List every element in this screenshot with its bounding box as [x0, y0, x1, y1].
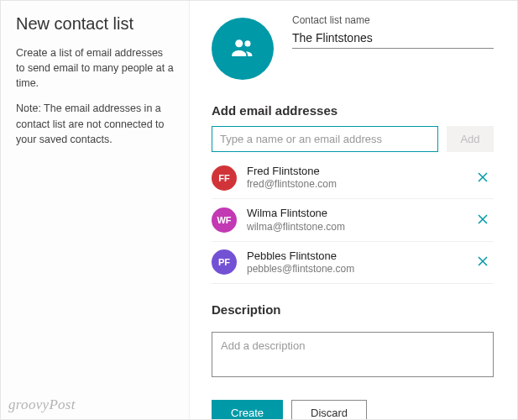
contact-name: Fred Flintstone [247, 165, 474, 178]
contact-info: Wilma Flintstonewilma@flintstone.com [247, 207, 474, 233]
email-address-input[interactable] [212, 126, 438, 152]
description-input[interactable] [212, 332, 494, 377]
remove-contact-button[interactable] [474, 169, 492, 187]
info-paragraph-2: Note: The email addresses in a contact l… [16, 101, 174, 146]
form-panel: Contact list name Add email addresses Ad… [190, 1, 517, 419]
info-panel: New contact list Create a list of email … [1, 1, 190, 419]
description-heading: Description [212, 302, 494, 317]
contact-info: Fred Flintstonefred@flintstone.com [247, 165, 474, 191]
contact-list-name-input[interactable] [292, 28, 494, 49]
contact-initials-badge: PF [212, 249, 237, 275]
close-icon [478, 213, 488, 227]
contact-row: PFPebbles Flintstonepebbles@flintstone.c… [212, 242, 494, 284]
contact-initials-badge: FF [212, 165, 237, 191]
page-title: New contact list [16, 14, 174, 34]
remove-contact-button[interactable] [474, 211, 492, 229]
contact-info: Pebbles Flintstonepebbles@flintstone.com [247, 249, 474, 276]
close-icon [478, 171, 488, 185]
contact-name: Wilma Flintstone [247, 207, 474, 220]
close-icon [478, 255, 488, 269]
contact-list-avatar [212, 18, 274, 80]
contact-row: FFFred Flintstonefred@flintstone.com [212, 157, 494, 199]
info-paragraph-1: Create a list of email addresses to send… [16, 45, 174, 91]
people-icon [228, 34, 257, 65]
add-email-button[interactable]: Add [447, 126, 494, 152]
contact-email: pebbles@flintstone.com [247, 263, 474, 276]
contact-name: Pebbles Flintstone [247, 249, 474, 263]
contact-initials-badge: WF [212, 207, 237, 233]
create-button[interactable]: Create [212, 400, 283, 419]
contact-email: fred@flintstone.com [247, 178, 474, 191]
name-field-label: Contact list name [292, 14, 494, 26]
contact-row: WFWilma Flintstonewilma@flintstone.com [212, 199, 494, 241]
discard-button[interactable]: Discard [291, 400, 367, 419]
add-email-heading: Add email addresses [212, 103, 494, 118]
contact-email: wilma@flintstone.com [247, 221, 474, 234]
remove-contact-button[interactable] [474, 253, 492, 271]
contacts-list: FFFred Flintstonefred@flintstone.comWFWi… [212, 157, 494, 284]
